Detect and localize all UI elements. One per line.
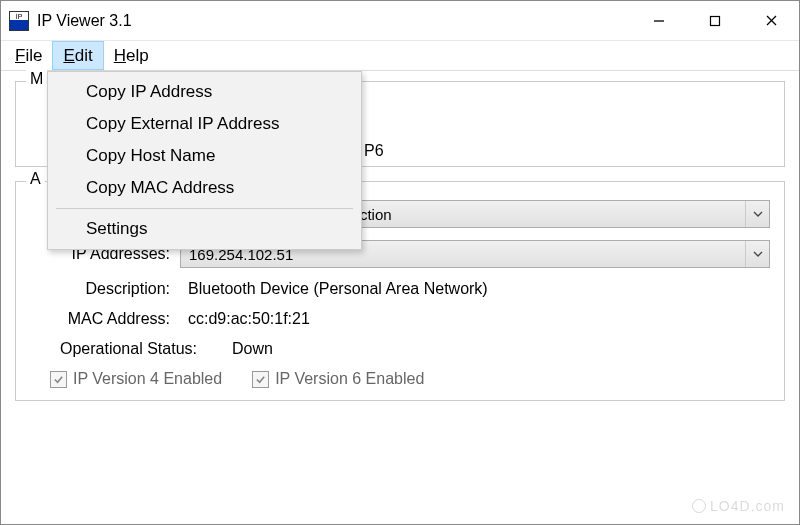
groupbox-machine-label: M bbox=[26, 70, 47, 88]
window-title: IP Viewer 3.1 bbox=[37, 12, 631, 30]
menu-separator bbox=[56, 208, 353, 209]
ipv4-label: IP Version 4 Enabled bbox=[73, 370, 222, 388]
ipv6-checkbox[interactable]: IP Version 6 Enabled bbox=[252, 370, 424, 388]
window-controls bbox=[631, 1, 799, 40]
menu-edit[interactable]: Edit bbox=[52, 41, 103, 70]
menu-copy-host-name[interactable]: Copy Host Name bbox=[50, 140, 359, 172]
app-icon: IP bbox=[9, 11, 29, 31]
menu-copy-mac[interactable]: Copy MAC Address bbox=[50, 172, 359, 204]
mac-value: cc:d9:ac:50:1f:21 bbox=[180, 310, 310, 328]
chevron-down-icon bbox=[745, 201, 769, 227]
mac-label: MAC Address: bbox=[30, 310, 180, 328]
row-checkboxes: IP Version 4 Enabled IP Version 6 Enable… bbox=[30, 370, 770, 388]
maximize-button[interactable] bbox=[687, 1, 743, 40]
menu-settings[interactable]: Settings bbox=[50, 213, 359, 245]
row-opstatus: Operational Status: Down bbox=[30, 340, 770, 358]
checkmark-icon bbox=[50, 371, 67, 388]
obscured-text: P6 bbox=[364, 142, 384, 160]
checkmark-icon bbox=[252, 371, 269, 388]
menubar: File Edit Help bbox=[1, 41, 799, 71]
globe-icon bbox=[692, 499, 706, 513]
ipv4-checkbox[interactable]: IP Version 4 Enabled bbox=[50, 370, 222, 388]
menu-copy-external-ip[interactable]: Copy External IP Address bbox=[50, 108, 359, 140]
row-description: Description: Bluetooth Device (Personal … bbox=[30, 280, 770, 298]
opstatus-value: Down bbox=[220, 340, 273, 358]
edit-dropdown-menu: Copy IP Address Copy External IP Address… bbox=[47, 71, 362, 250]
menu-help[interactable]: Help bbox=[104, 41, 159, 70]
svg-rect-1 bbox=[711, 16, 720, 25]
close-button[interactable] bbox=[743, 1, 799, 40]
minimize-button[interactable] bbox=[631, 1, 687, 40]
description-label: Description: bbox=[30, 280, 180, 298]
watermark: LO4D.com bbox=[692, 498, 785, 514]
titlebar: IP IP Viewer 3.1 bbox=[1, 1, 799, 41]
chevron-down-icon bbox=[745, 241, 769, 267]
ipv6-label: IP Version 6 Enabled bbox=[275, 370, 424, 388]
groupbox-adapter-label: A bbox=[26, 170, 45, 188]
menu-copy-ip[interactable]: Copy IP Address bbox=[50, 76, 359, 108]
menu-file[interactable]: File bbox=[5, 41, 52, 70]
row-mac: MAC Address: cc:d9:ac:50:1f:21 bbox=[30, 310, 770, 328]
opstatus-label: Operational Status: bbox=[30, 340, 220, 358]
description-value: Bluetooth Device (Personal Area Network) bbox=[180, 280, 488, 298]
